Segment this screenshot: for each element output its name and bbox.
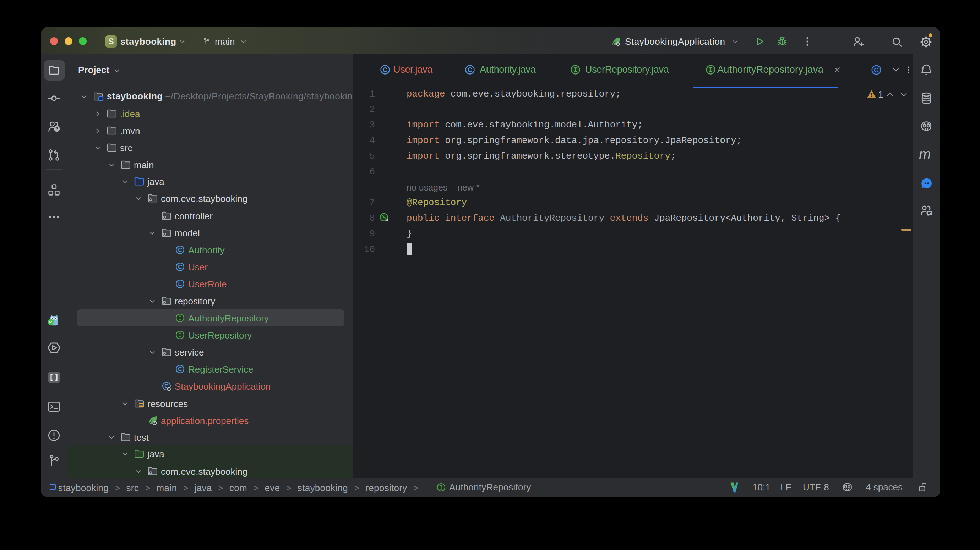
svg-text:C: C [874, 67, 878, 74]
svg-text:?: ? [56, 126, 58, 132]
